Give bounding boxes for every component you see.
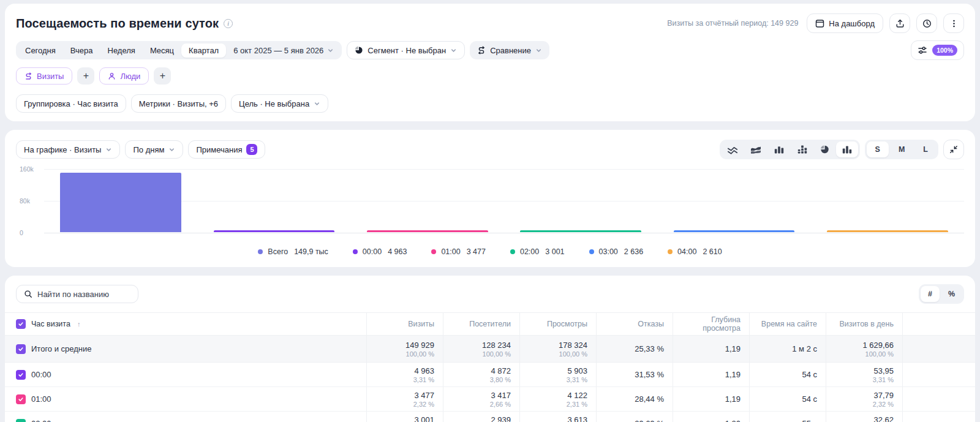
legend-item-03:00[interactable]: 03:002 636 xyxy=(589,247,644,256)
table-cell: 3 0012,00 % xyxy=(366,412,443,422)
export-button[interactable] xyxy=(889,13,910,33)
tab-quarter[interactable]: Квартал xyxy=(181,43,226,58)
add-visits-metric-button[interactable]: + xyxy=(77,67,94,85)
chart-plot-area xyxy=(44,169,964,233)
add-people-metric-button[interactable]: + xyxy=(154,67,171,85)
chart-type-columns-icon[interactable] xyxy=(836,141,858,157)
history-button[interactable] xyxy=(916,13,937,33)
column-header-Отказы[interactable]: Отказы xyxy=(596,313,673,335)
table-cell: 29,69 % xyxy=(596,412,673,422)
chart-bar-Всего[interactable] xyxy=(60,173,181,232)
notes-button[interactable]: Примечания 5 xyxy=(188,140,265,159)
chart-type-pie-icon[interactable] xyxy=(815,141,835,157)
column-header-Визиты[interactable]: Визиты xyxy=(366,313,443,335)
collapse-icon xyxy=(949,145,958,154)
row-label: Итого и средние xyxy=(31,344,91,353)
legend-dot xyxy=(668,249,673,254)
row-checkbox[interactable] xyxy=(16,344,26,354)
on-chart-metric-selector[interactable]: На графике · Визиты xyxy=(16,140,120,159)
segment-pie-icon xyxy=(355,46,363,55)
table-cell: 3 6132,03 % xyxy=(519,412,596,422)
table-search[interactable] xyxy=(16,285,138,303)
segment-selector[interactable]: Сегмент · Не выбран xyxy=(347,41,465,59)
more-menu-button[interactable] xyxy=(943,13,964,33)
legend-item-00:00[interactable]: 00:004 963 xyxy=(353,247,407,256)
chart-size-switcher: S M L xyxy=(865,140,938,159)
cell-value: 25,33 % xyxy=(635,344,664,353)
chart-type-area-icon[interactable] xyxy=(745,141,767,157)
tab-week[interactable]: Неделя xyxy=(100,43,143,58)
granularity-selector[interactable]: По дням xyxy=(125,140,183,159)
legend-value: 2 610 xyxy=(703,247,722,256)
comparison-selector[interactable]: Сравнение xyxy=(470,41,549,59)
row-checkbox[interactable] xyxy=(16,419,26,422)
cell-percent: 3,31 % xyxy=(873,376,894,383)
metric-chip-people[interactable]: Люди xyxy=(99,67,149,85)
collapse-chart-button[interactable] xyxy=(943,140,964,159)
legend-label: 01:00 xyxy=(441,247,460,256)
column-header-Глубина просмотра[interactable]: Глубина просмотра xyxy=(673,313,749,335)
compare-icon xyxy=(477,46,486,55)
chart-size-m[interactable]: M xyxy=(890,141,913,157)
period-tabs: Сегодня Вчера Неделя Месяц Квартал 6 окт… xyxy=(16,41,342,59)
cell-value: 1 м 2 с xyxy=(792,344,817,353)
cell-value: 4 872 xyxy=(491,366,511,375)
table-row-02:00: 02:003 0012,00 %2 9392,29 %3 6132,03 %29… xyxy=(5,412,975,422)
tab-yesterday[interactable]: Вчера xyxy=(63,43,100,58)
chart-bar-02:00[interactable] xyxy=(520,230,641,233)
legend-item-02:00[interactable]: 02:003 001 xyxy=(510,247,565,256)
chart-size-l[interactable]: L xyxy=(914,141,937,157)
legend-item-01:00[interactable]: 01:003 477 xyxy=(431,247,486,256)
sampling-badge: 100% xyxy=(932,45,957,56)
row-checkbox[interactable] xyxy=(16,394,26,404)
chart-bar-03:00[interactable] xyxy=(674,230,795,233)
table-header-dimension: Час визита ↑ xyxy=(5,319,366,329)
metric-chip-visits[interactable]: Визиты xyxy=(16,67,72,85)
chart-size-s[interactable]: S xyxy=(867,141,889,157)
sampling-control[interactable]: 100% xyxy=(911,40,964,60)
chart-type-line-icon[interactable] xyxy=(722,141,744,157)
column-header-Визитов в день[interactable]: Визитов в день xyxy=(826,313,902,335)
select-all-checkbox[interactable] xyxy=(16,319,26,329)
tab-today[interactable]: Сегодня xyxy=(18,43,63,58)
chart-type-stacked-bars-icon[interactable] xyxy=(791,141,813,157)
goal-selector[interactable]: Цель · Не выбрана xyxy=(231,94,328,113)
toggle-percent[interactable]: % xyxy=(941,286,962,302)
cell-percent: 2,32 % xyxy=(873,401,894,408)
column-header-Время на сайте[interactable]: Время на сайте xyxy=(749,313,826,335)
chart-bar-01:00[interactable] xyxy=(367,230,488,233)
bar-slot-03:00 xyxy=(657,169,810,232)
search-input[interactable] xyxy=(37,290,129,299)
row-label-cell: 02:00 xyxy=(5,419,366,422)
chart-bar-00:00[interactable] xyxy=(214,230,335,233)
toggle-numbers[interactable]: # xyxy=(921,286,940,302)
chart-card: На графике · Визиты По дням Примечания 5 xyxy=(5,130,975,267)
table-cell: 1,19 xyxy=(673,336,749,362)
row-label: 01:00 xyxy=(31,394,51,404)
sort-ascending-icon[interactable]: ↑ xyxy=(77,320,81,328)
info-icon[interactable]: i xyxy=(224,19,233,28)
chart-type-bars-icon[interactable] xyxy=(768,141,790,157)
date-range-selector[interactable]: 6 окт 2025 — 5 янв 2026 xyxy=(226,43,340,58)
to-dashboard-button[interactable]: На дашборд xyxy=(807,13,883,33)
legend-item-Всего[interactable]: Всего149,9 тыс xyxy=(258,247,328,256)
tab-month[interactable]: Месяц xyxy=(143,43,181,58)
legend-label: 00:00 xyxy=(363,247,382,256)
row-checkbox[interactable] xyxy=(16,370,26,380)
grouping-selector[interactable]: Группировка · Час визита xyxy=(16,94,126,113)
table-cell: 28,44 % xyxy=(596,387,673,411)
row-label-cell: 01:00 xyxy=(5,394,366,404)
column-header-Посетители[interactable]: Посетители xyxy=(443,313,519,335)
cell-value: 54 с xyxy=(802,394,817,404)
metrics-selector[interactable]: Метрики · Визиты, +6 xyxy=(131,94,226,113)
column-header-Просмотры[interactable]: Просмотры xyxy=(519,313,596,335)
cell-percent: 100,00 % xyxy=(483,350,511,358)
cell-percent: 3,31 % xyxy=(413,376,434,383)
chart-bar-04:00[interactable] xyxy=(827,230,948,233)
data-table-card: # % Час визита ↑ ВизитыПосетителиПросмот… xyxy=(5,276,975,422)
row-label-cell: 00:00 xyxy=(5,370,366,380)
cell-value: 1,19 xyxy=(725,344,741,353)
column-spacer xyxy=(902,363,975,386)
person-icon xyxy=(108,72,116,80)
legend-item-04:00[interactable]: 04:002 610 xyxy=(668,247,722,256)
